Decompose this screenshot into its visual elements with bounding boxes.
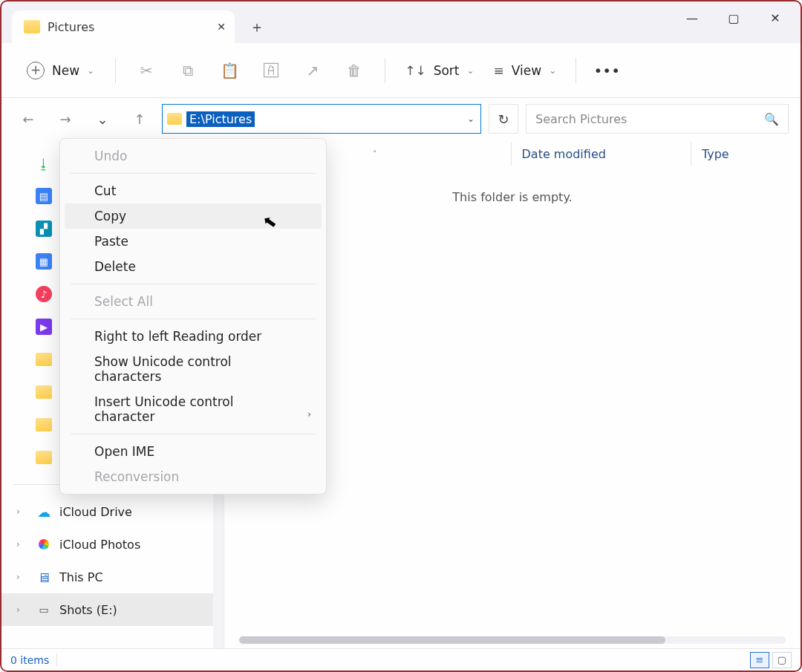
menu-separator [71,173,316,174]
file-explorer-window: Pictures ✕ ＋ — ▢ ✕ + New ⌄ ✂ ⧉ 📋 🄰 ↗ 🗑 ↑… [0,0,802,672]
search-placeholder: Search Pictures [535,112,627,126]
folder-icon [36,385,52,399]
chevron-right-icon[interactable]: › [16,539,20,549]
folder-icon [36,451,52,464]
maximize-button[interactable]: ▢ [713,1,754,34]
photos-icon [36,536,52,552]
download-icon: ⭳ [36,155,52,172]
close-tab-button[interactable]: ✕ [217,21,226,33]
sidebar-item-label: This PC [59,570,103,584]
chevron-right-icon: › [307,409,311,420]
navbar: ← → ⌄ ↑ E:\Pictures ⌄ ↻ Search Pictures … [1,98,801,140]
pc-icon: 🖥 [36,569,52,585]
chevron-down-icon: ⌄ [467,65,475,76]
status-items: 0 items [10,654,49,666]
menu-reconversion: Reconversion [65,464,322,489]
close-window-button[interactable]: ✕ [754,1,796,34]
cloud-icon: ☁ [36,503,52,520]
apps-icon: ▦ [36,253,52,270]
plus-circle-icon: + [27,62,45,79]
toolbar-separator [576,58,576,83]
sidebar-item-icloud-photos[interactable]: › iCloud Photos [1,528,224,561]
menu-copy[interactable]: Copy [65,203,322,229]
chevron-down-icon: ⌄ [87,65,94,76]
cut-icon[interactable]: ✂ [128,52,165,89]
folder-icon [36,418,52,431]
menu-cut[interactable]: Cut [65,178,322,203]
minimize-button[interactable]: — [671,1,713,34]
search-input[interactable]: Search Pictures 🔍 [526,104,789,134]
toolbar-separator [385,58,385,83]
copy-icon[interactable]: ⧉ [169,52,206,89]
view-icon: ≡ [494,63,504,78]
address-path: E:\Pictures [186,111,255,127]
toolbar: + New ⌄ ✂ ⧉ 📋 🄰 ↗ 🗑 ↑↓ Sort ⌄ ≡ View ⌄ •… [1,43,801,98]
sort-button[interactable]: ↑↓ Sort ⌄ [397,59,481,82]
sort-label: Sort [434,63,460,78]
chevron-down-icon[interactable]: ⌄ [467,114,475,124]
back-button[interactable]: ← [13,104,43,134]
menu-show-unicode[interactable]: Show Unicode control characters [65,349,322,389]
menu-separator [71,434,316,434]
chevron-right-icon[interactable]: › [16,604,20,615]
sort-icon: ↑↓ [405,63,426,78]
menu-paste[interactable]: Paste [65,229,322,254]
menu-rtl[interactable]: Right to left Reading order [65,324,322,349]
menu-separator [71,284,316,284]
context-menu: Undo Cut Copy Paste Delete Select All Ri… [59,138,327,495]
paste-icon[interactable]: 📋 [211,52,248,89]
new-label: New [52,63,79,78]
share-icon[interactable]: ↗ [294,52,331,89]
delete-icon[interactable]: 🗑 [336,52,373,89]
menu-select-all: Select All [65,289,322,314]
view-button[interactable]: ≡ View ⌄ [486,59,564,82]
thumbnails-view-button[interactable]: ▢ [772,652,792,668]
menu-open-ime[interactable]: Open IME [65,439,322,464]
search-icon: 🔍 [764,112,779,126]
music-icon: ♪ [36,286,52,302]
sidebar-item-label: iCloud Photos [59,538,140,552]
address-bar[interactable]: E:\Pictures ⌄ [162,104,481,134]
new-button[interactable]: + New ⌄ [18,57,103,84]
forward-button[interactable]: → [50,104,80,134]
menu-undo: Undo [65,143,322,169]
view-label: View [512,63,541,78]
titlebar: Pictures ✕ ＋ — ▢ ✕ [1,1,801,43]
tab-title: Pictures [48,20,94,34]
menu-insert-unicode[interactable]: Insert Unicode control character › [65,389,322,429]
tab-pictures[interactable]: Pictures ✕ [12,10,235,43]
sidebar-item-this-pc[interactable]: › 🖥 This PC [1,561,224,593]
chevron-right-icon[interactable]: › [16,506,20,517]
sidebar-item-label: iCloud Drive [59,505,132,519]
content-scrollbar[interactable] [239,636,786,644]
sidebar-item-icloud-drive[interactable]: › ☁ iCloud Drive [1,495,224,528]
toolbar-separator [115,58,116,83]
picture-icon: ▞ [36,221,52,237]
folder-icon [36,353,52,366]
chevron-right-icon[interactable]: › [16,572,20,582]
column-date-modified[interactable]: Date modified [511,143,616,166]
sort-indicator-icon[interactable]: ˄ [373,149,377,159]
recent-button[interactable]: ⌄ [88,104,117,134]
rename-icon[interactable]: 🄰 [252,52,290,89]
document-icon: ▤ [36,188,52,204]
statusbar: 0 items ≡ ▢ [1,648,801,671]
drive-icon: ▭ [36,601,52,618]
status-separator [56,653,57,667]
refresh-button[interactable]: ↻ [489,104,518,134]
folder-icon [167,113,182,125]
menu-insert-unicode-label: Insert Unicode control character [94,394,233,424]
menu-delete[interactable]: Delete [65,254,322,279]
column-type[interactable]: Type [691,143,740,166]
window-controls: — ▢ ✕ [671,1,796,34]
video-icon: ▶ [36,319,52,335]
menu-separator [71,319,316,319]
folder-icon [24,20,40,33]
more-button[interactable]: ••• [588,52,625,89]
chevron-down-icon: ⌄ [549,65,556,76]
new-tab-button[interactable]: ＋ [242,10,272,43]
sidebar-item-shots-e[interactable]: › ▭ Shots (E:) [1,593,224,626]
details-view-button[interactable]: ≡ [750,652,769,668]
up-button[interactable]: ↑ [125,104,154,134]
scrollbar-thumb[interactable] [239,636,665,644]
